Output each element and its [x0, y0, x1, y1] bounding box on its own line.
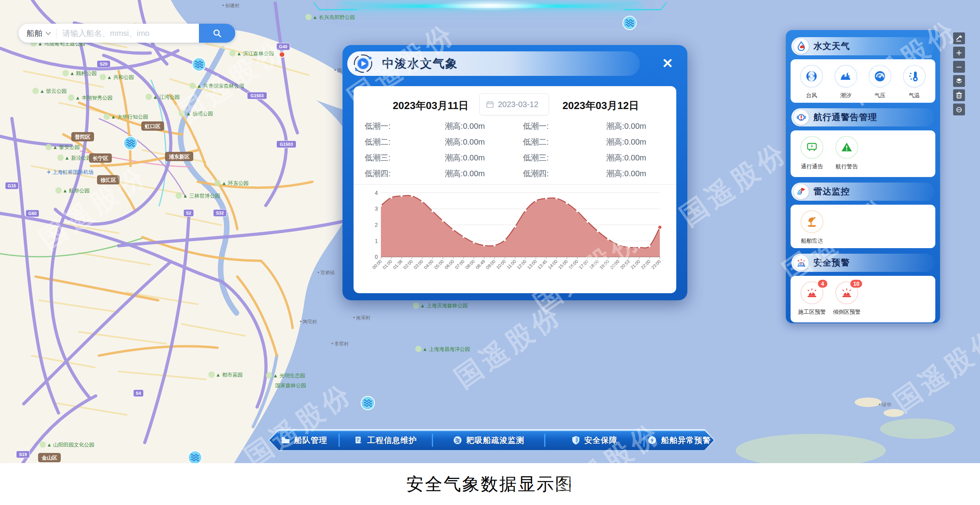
data-point: [576, 210, 578, 212]
x-tick-label: 15:00: [557, 259, 568, 270]
map-label-park: ▲ 新泾公园: [64, 155, 91, 161]
park-patch: [146, 94, 152, 100]
nav-item-label: 工程信息维护: [367, 435, 417, 446]
road-shield-label: G1503: [280, 142, 293, 147]
date-picker[interactable]: 2023-03-12: [479, 93, 549, 115]
search-category-dropdown[interactable]: 船舶: [19, 28, 57, 39]
nav-item-safety-support[interactable]: 安全保障: [545, 430, 643, 450]
map-label-park: ▲ 共和公园: [107, 74, 134, 80]
data-point: [421, 200, 423, 202]
x-tick-label: 06:00: [444, 259, 455, 270]
notice-board-icon: [805, 141, 819, 154]
map-label-park: ▲ 顾村公园: [70, 70, 96, 76]
tide-label: 低潮一:: [365, 121, 391, 132]
district-badge-label: 普陀区: [75, 134, 91, 140]
data-point: [586, 220, 588, 222]
pressure-gauge-icon: [873, 70, 887, 83]
layers-button[interactable]: [953, 75, 965, 87]
panel-item-temperature[interactable]: 气温: [897, 65, 932, 99]
wave-marker-icon[interactable]: [623, 16, 636, 30]
panel-item-passage-notice[interactable]: 通行通告: [795, 136, 829, 170]
park-patch: [415, 346, 422, 352]
road-shield-label: S20: [100, 62, 108, 66]
panel-item-typhoon[interactable]: 台风: [795, 65, 829, 99]
data-point: [494, 244, 496, 246]
data-point: [545, 197, 547, 199]
data-point: [524, 209, 526, 211]
tide-value: 潮高:0.00m: [403, 137, 485, 147]
nav-item-ship-anomaly-warning[interactable]: 船舶异常预警: [645, 430, 714, 450]
data-point: [390, 196, 392, 198]
ship-radar-icon: [805, 215, 819, 228]
section-title: 安全预警: [814, 257, 850, 269]
data-point: [628, 246, 630, 248]
data-point: [514, 225, 516, 227]
nav-item-project-info[interactable]: 工程信息维护: [340, 430, 432, 450]
circle-minus-button[interactable]: ⊖: [953, 104, 965, 115]
search-button[interactable]: [199, 24, 235, 43]
panel-item-ship-radar[interactable]: 船舶雷达: [795, 210, 829, 244]
close-icon[interactable]: ✕: [660, 55, 675, 71]
zoom-in-button[interactable]: +: [953, 47, 965, 58]
panel-item-dumping-warning[interactable]: 10 倾倒区预警: [829, 281, 864, 315]
panel-item-label: 气温: [898, 92, 931, 99]
red-siren-icon: [840, 286, 853, 300]
map-label-park: ▲ 黎安公园: [53, 144, 79, 150]
date-left-label: 2023年03月11日: [381, 99, 480, 113]
map-label-park: ▲ 滨江森林公园: [236, 51, 274, 57]
map-label-park: ▲ 长兴岛郊野公园: [312, 14, 355, 20]
road-shield-label: G15: [8, 183, 16, 188]
road-shield-label: G40: [279, 44, 288, 49]
x-tick-label: 05:00: [433, 259, 445, 270]
wave-marker-icon[interactable]: [361, 396, 375, 410]
wave-marker-icon[interactable]: [192, 58, 206, 71]
data-point: [380, 204, 382, 206]
calendar-icon: [486, 100, 494, 108]
tide-value: 潮高:0.00m: [403, 121, 485, 132]
wave-marker-icon[interactable]: [188, 451, 202, 463]
nav-warning-card: 通行通告 航行警告: [791, 130, 935, 177]
map-label-park: ▲ 环东公园: [221, 180, 248, 186]
divider: [354, 184, 676, 185]
x-tick-label: 04:00: [423, 259, 434, 270]
nav-item-fleet-management[interactable]: 船队管理: [269, 430, 339, 450]
tide-value: 潮高:0.00m: [563, 153, 646, 163]
search-input[interactable]: [57, 29, 199, 38]
x-tick-label: 23:00: [650, 259, 661, 270]
district-badge-label: 徐汇区: [100, 177, 116, 183]
nav-item-label: 耙吸船疏浚监测: [466, 435, 524, 446]
panel-item-tide[interactable]: 潮汐: [829, 65, 863, 99]
delete-button[interactable]: [953, 89, 965, 101]
section-title: 水文天气: [814, 40, 850, 52]
map-label-place: • 宣桥镇: [318, 270, 335, 275]
park-patch: [32, 88, 39, 94]
data-point: [597, 230, 599, 232]
tide-value: 潮高:0.00m: [403, 153, 485, 163]
temperature-icon: [908, 70, 921, 83]
data-point: [462, 236, 464, 238]
typhoon-icon: [805, 70, 818, 83]
tide-value: 潮高:0.00m: [563, 121, 646, 132]
x-tick-label: 21:00: [630, 259, 641, 270]
incident-marker[interactable]: [279, 52, 285, 57]
badge-count: 10: [849, 279, 863, 288]
district-badge-label: 金山区: [42, 455, 57, 461]
x-tick-label: 14:00: [547, 259, 558, 270]
district-badge-label: 长宁区: [93, 155, 108, 161]
tide-value: 潮高:0.00m: [563, 137, 646, 147]
alert-broadcast-icon: [794, 110, 809, 125]
panel-item-construction-warning[interactable]: 4 施工区预警: [795, 281, 829, 315]
nav-item-dredger-monitoring[interactable]: 耙吸船疏浚监测: [433, 430, 544, 450]
x-tick-label: 01:38: [392, 259, 403, 270]
shield-icon: [571, 435, 580, 445]
hydro-weather-card: 台风 潮汐 气压: [791, 59, 935, 103]
screen: ▲ 马陆葡萄主题公园▲ 留云公园▲ 顾村公园▲ 共和公园▲ 丰翔智秀公园▲ 大华…: [0, 0, 980, 505]
panel-item-nav-alert[interactable]: 航行警告: [829, 136, 864, 170]
measure-button[interactable]: [953, 32, 965, 44]
panel-item-pressure[interactable]: 气压: [863, 65, 897, 99]
zoom-out-button[interactable]: −: [953, 61, 965, 73]
alert-circle-icon: [647, 435, 657, 445]
park-patch: [68, 94, 74, 101]
road-shield-label: G1503: [250, 93, 263, 98]
wave-marker-icon[interactable]: [124, 136, 137, 150]
